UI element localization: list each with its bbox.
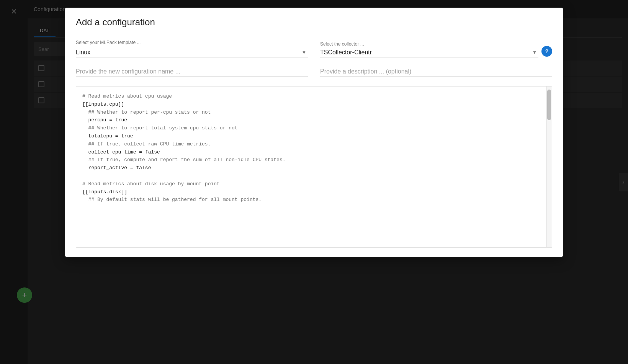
- collector-select-wrapper: TSCollector-Clientr ▼: [320, 47, 538, 57]
- code-editor[interactable]: # Read metrics about cpu usage [[inputs.…: [76, 86, 552, 248]
- mlpack-label: Select your MLPack template ...: [76, 40, 308, 45]
- help-icon-button[interactable]: ?: [541, 46, 552, 57]
- modal-overlay: Add a configuration Select your MLPack t…: [0, 0, 628, 364]
- form-row-inputs: [76, 67, 552, 77]
- mlpack-select[interactable]: Linux: [76, 47, 308, 57]
- collector-select-inner: Select the collector ... TSCollector-Cli…: [320, 41, 538, 57]
- config-name-group: [76, 67, 308, 77]
- collector-label: Select the collector ...: [320, 41, 538, 47]
- config-name-input[interactable]: [76, 67, 308, 77]
- form-row-selects: Select your MLPack template ... Linux ▼ …: [76, 40, 552, 57]
- scrollbar-thumb[interactable]: [547, 90, 551, 120]
- description-input[interactable]: [320, 67, 552, 77]
- modal-header: Add a configuration: [65, 8, 563, 34]
- collector-select[interactable]: TSCollector-Clientr: [320, 47, 538, 57]
- mlpack-select-group: Select your MLPack template ... Linux ▼: [76, 40, 308, 57]
- add-configuration-modal: Add a configuration Select your MLPack t…: [65, 8, 563, 257]
- mlpack-select-wrapper: Linux ▼: [76, 47, 308, 57]
- collector-select-group: Select the collector ... TSCollector-Cli…: [320, 41, 552, 57]
- modal-body: Select your MLPack template ... Linux ▼ …: [65, 34, 563, 257]
- description-group: [320, 67, 552, 77]
- code-textarea[interactable]: # Read metrics about cpu usage [[inputs.…: [76, 87, 552, 247]
- modal-title: Add a configuration: [76, 17, 552, 28]
- scrollbar-track: [546, 87, 552, 247]
